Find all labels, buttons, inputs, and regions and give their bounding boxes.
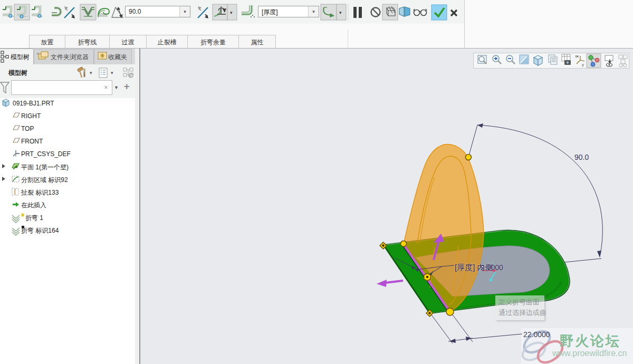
svg-text:▾: ▾: [230, 10, 233, 15]
svg-text:y: y: [582, 62, 584, 67]
svg-text:▾: ▾: [90, 70, 92, 75]
svg-text:▾: ▾: [339, 10, 342, 15]
svg-text:x: x: [575, 54, 577, 59]
svg-text:▾: ▾: [111, 70, 113, 75]
